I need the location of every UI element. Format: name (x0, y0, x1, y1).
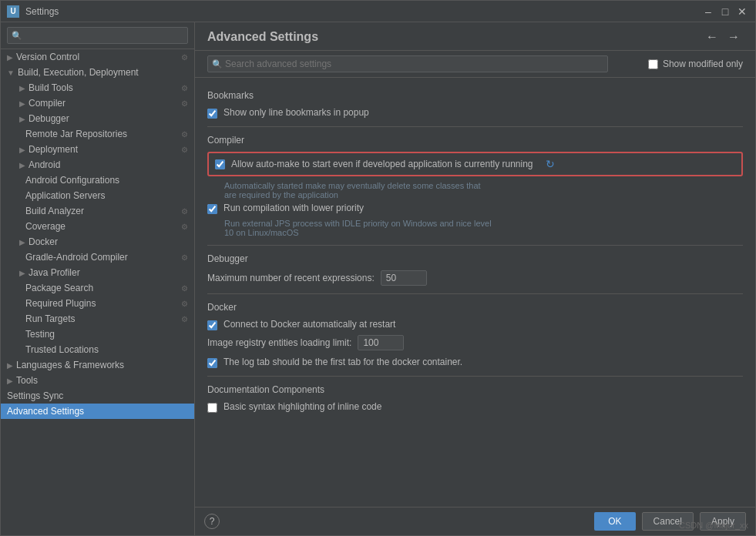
settings-icon: ⚙ (181, 146, 188, 154)
back-button[interactable]: ← (703, 30, 721, 44)
settings-icon: ⚙ (181, 84, 188, 92)
image-registry-limit-label: Image registry entities loading limit: (207, 337, 351, 348)
help-button[interactable]: ? (204, 514, 220, 529)
title-bar-left: U Settings (7, 5, 59, 18)
sidebar-item-package-search[interactable]: Package Search ⚙ (1, 280, 194, 296)
sidebar-item-android[interactable]: ▶ Android (1, 157, 194, 173)
sidebar-item-android-configs[interactable]: Android Configurations (1, 173, 194, 188)
sidebar-item-testing[interactable]: Testing (1, 327, 194, 342)
settings-icon: ⚙ (181, 207, 188, 216)
expand-icon: ▶ (7, 377, 13, 385)
sidebar-search-area: 🔍 (1, 22, 194, 49)
auto-make-desc: Automatically started make may eventuall… (224, 181, 743, 199)
allow-auto-make-label: Allow auto-make to start even if develop… (231, 159, 533, 169)
sidebar-item-build-tools[interactable]: ▶ Build Tools ⚙ (1, 80, 194, 95)
expand-icon: ▶ (19, 99, 25, 108)
ok-button[interactable]: OK (594, 512, 635, 531)
right-toolbar: 🔍 Show modified only (195, 51, 755, 78)
sidebar-item-docker[interactable]: ▶ Docker (1, 234, 194, 250)
sidebar-item-label: Application Servers (25, 190, 105, 201)
expand-icon: ▶ (7, 53, 13, 62)
sidebar-item-label: Docker (29, 236, 58, 247)
setting-basic-syntax-highlighting: Basic syntax highlighting of inline code (207, 401, 743, 413)
sidebar-item-label: Debugger (29, 113, 69, 124)
divider-1 (207, 126, 743, 127)
run-compilation-lower-checkbox[interactable] (207, 204, 217, 214)
show-modified-checkbox[interactable] (648, 59, 658, 69)
sidebar-item-settings-sync[interactable]: Settings Sync (1, 388, 194, 404)
main-content: 🔍 ▶ Version Control ⚙ ▼ Build, Execution… (1, 22, 755, 535)
watermark: CSDN @Major_xx (679, 521, 748, 530)
right-panel: Advanced Settings ← → 🔍 Show modified on… (195, 22, 755, 535)
sidebar-item-label: Version Control (16, 52, 79, 62)
sidebar-item-trusted-locations[interactable]: Trusted Locations (1, 342, 194, 357)
divider-4 (207, 376, 743, 377)
sidebar-item-label: Required Plugins (25, 298, 96, 309)
sidebar-item-label: Advanced Settings (7, 406, 84, 417)
max-recent-expressions-label: Maximum number of recent expressions: (207, 273, 375, 283)
settings-window: U Settings – □ ✕ 🔍 ▶ Version Control (0, 0, 756, 536)
setting-log-tab-first: The log tab should be the first tab for … (207, 357, 743, 368)
setting-image-registry-limit: Image registry entities loading limit: (207, 335, 743, 350)
show-modified-text: Show modified only (663, 59, 743, 69)
sidebar-item-build-execution-deployment[interactable]: ▼ Build, Execution, Deployment (1, 65, 194, 80)
sidebar-item-version-control[interactable]: ▶ Version Control ⚙ (1, 49, 194, 65)
sidebar-list: ▶ Version Control ⚙ ▼ Build, Execution, … (1, 49, 194, 535)
sidebar-item-required-plugins[interactable]: Required Plugins ⚙ (1, 296, 194, 311)
sidebar-search-input[interactable] (7, 27, 188, 44)
sidebar-item-label: Deployment (29, 144, 78, 155)
sidebar-item-remote-jar[interactable]: Remote Jar Repositories ⚙ (1, 126, 194, 142)
window-controls: – □ ✕ (701, 5, 749, 18)
sidebar-item-deployment[interactable]: ▶ Deployment ⚙ (1, 142, 194, 157)
sidebar-item-compiler[interactable]: ▶ Compiler ⚙ (1, 95, 194, 111)
sidebar-item-tools[interactable]: ▶ Tools (1, 373, 194, 388)
right-content: Bookmarks Show only line bookmarks in po… (195, 78, 755, 507)
expand-icon: ▶ (19, 84, 25, 92)
expand-icon: ▶ (19, 238, 25, 246)
sidebar-item-label: Languages & Frameworks (16, 360, 124, 370)
section-bookmarks-header: Bookmarks (207, 90, 743, 101)
sidebar-item-languages-frameworks[interactable]: ▶ Languages & Frameworks (1, 357, 194, 373)
image-registry-limit-input[interactable] (358, 335, 404, 350)
sidebar-item-run-targets[interactable]: Run Targets ⚙ (1, 311, 194, 327)
sidebar-item-label: Package Search (25, 283, 93, 293)
basic-syntax-highlighting-checkbox[interactable] (207, 403, 217, 413)
forward-button[interactable]: → (724, 30, 743, 44)
search-icon: 🔍 (212, 59, 223, 69)
connect-docker-checkbox[interactable] (207, 320, 217, 330)
nav-buttons: ← → (703, 30, 743, 44)
log-tab-first-label: The log tab should be the first tab for … (223, 357, 462, 367)
advanced-search-input[interactable] (207, 55, 608, 72)
max-recent-expressions-input[interactable] (381, 270, 427, 286)
setting-connect-docker: Connect to Docker automatically at resta… (207, 319, 743, 330)
sidebar-item-gradle-android-compiler[interactable]: Gradle-Android Compiler ⚙ (1, 250, 194, 265)
connect-docker-label: Connect to Docker automatically at resta… (223, 319, 395, 330)
settings-icon: ⚙ (181, 130, 188, 139)
close-button[interactable]: ✕ (735, 5, 749, 18)
show-line-bookmarks-checkbox[interactable] (207, 109, 217, 119)
sidebar-item-debugger[interactable]: ▶ Debugger (1, 111, 194, 126)
allow-auto-make-checkbox[interactable] (215, 159, 225, 169)
sidebar-item-advanced-settings[interactable]: Advanced Settings (1, 404, 194, 419)
sidebar-item-label: Trusted Locations (25, 344, 99, 355)
sidebar-item-application-servers[interactable]: Application Servers (1, 188, 194, 203)
settings-icon: ⚙ (181, 315, 188, 323)
sidebar-item-coverage[interactable]: Coverage ⚙ (1, 219, 194, 234)
sidebar: 🔍 ▶ Version Control ⚙ ▼ Build, Execution… (1, 22, 195, 535)
setting-run-compilation-lower: Run compilation with lower priority (207, 203, 743, 214)
sidebar-item-label: Testing (25, 329, 55, 340)
log-tab-first-checkbox[interactable] (207, 358, 217, 368)
expand-icon: ▶ (7, 361, 13, 370)
maximize-button[interactable]: □ (718, 5, 732, 18)
title-bar: U Settings – □ ✕ (1, 1, 755, 22)
expand-icon: ▶ (19, 161, 25, 169)
show-modified-label[interactable]: Show modified only (648, 59, 743, 69)
sidebar-item-build-analyzer[interactable]: Build Analyzer ⚙ (1, 203, 194, 219)
minimize-button[interactable]: – (701, 5, 715, 18)
sidebar-item-label: Settings Sync (7, 390, 63, 401)
sidebar-item-java-profiler[interactable]: ▶ Java Profiler (1, 265, 194, 280)
basic-syntax-highlighting-label: Basic syntax highlighting of inline code (223, 401, 381, 412)
reset-button[interactable]: ↻ (546, 158, 555, 170)
app-icon: U (7, 5, 19, 18)
settings-icon: ⚙ (181, 223, 188, 231)
